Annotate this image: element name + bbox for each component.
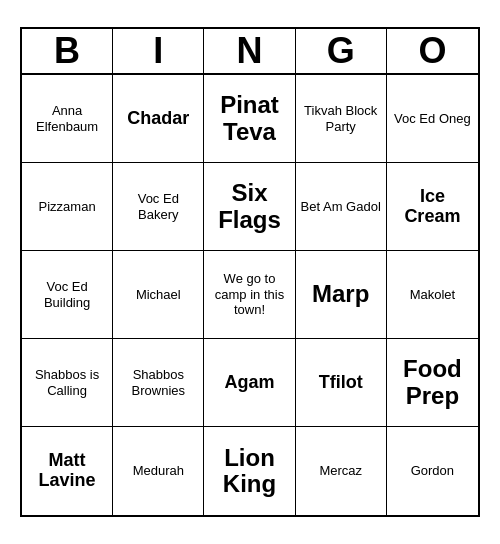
header-letter: I — [113, 29, 204, 73]
header-letter: N — [204, 29, 295, 73]
bingo-cell: Tikvah Block Party — [296, 75, 387, 163]
cell-text: Matt Lavine — [25, 451, 109, 491]
bingo-cell: Shabbos is Calling — [22, 339, 113, 427]
cell-text: Pizzaman — [39, 199, 96, 215]
bingo-cell: Michael — [113, 251, 204, 339]
cell-text: Ice Cream — [390, 187, 475, 227]
bingo-cell: Anna Elfenbaum — [22, 75, 113, 163]
bingo-header: BINGO — [22, 29, 478, 75]
bingo-cell: Lion King — [204, 427, 295, 515]
cell-text: Gordon — [411, 463, 454, 479]
cell-text: Lion King — [207, 445, 291, 498]
bingo-cell: Matt Lavine — [22, 427, 113, 515]
cell-text: Anna Elfenbaum — [25, 103, 109, 134]
cell-text: Voc Ed Oneg — [394, 111, 471, 127]
bingo-cell: Tfilot — [296, 339, 387, 427]
cell-text: Six Flags — [207, 180, 291, 233]
bingo-cell: Chadar — [113, 75, 204, 163]
bingo-cell: Shabbos Brownies — [113, 339, 204, 427]
header-letter: B — [22, 29, 113, 73]
bingo-cell: Food Prep — [387, 339, 478, 427]
header-letter: O — [387, 29, 478, 73]
cell-text: Voc Ed Bakery — [116, 191, 200, 222]
bingo-cell: Bet Am Gadol — [296, 163, 387, 251]
bingo-cell: Ice Cream — [387, 163, 478, 251]
bingo-cell: Voc Ed Bakery — [113, 163, 204, 251]
cell-text: Food Prep — [390, 356, 475, 409]
cell-text: Mercaz — [319, 463, 362, 479]
cell-text: Agam — [224, 373, 274, 393]
cell-text: Marp — [312, 281, 369, 307]
cell-text: Medurah — [133, 463, 184, 479]
bingo-card: BINGO Anna ElfenbaumChadarPinat TevaTikv… — [20, 27, 480, 517]
cell-text: Michael — [136, 287, 181, 303]
bingo-cell: Voc Ed Oneg — [387, 75, 478, 163]
cell-text: We go to camp in this town! — [207, 271, 291, 318]
bingo-grid: Anna ElfenbaumChadarPinat TevaTikvah Blo… — [22, 75, 478, 515]
cell-text: Chadar — [127, 109, 189, 129]
bingo-cell: Marp — [296, 251, 387, 339]
cell-text: Tfilot — [319, 373, 363, 393]
cell-text: Makolet — [410, 287, 456, 303]
bingo-cell: Medurah — [113, 427, 204, 515]
cell-text: Bet Am Gadol — [301, 199, 381, 215]
cell-text: Pinat Teva — [207, 92, 291, 145]
cell-text: Shabbos is Calling — [25, 367, 109, 398]
bingo-cell: Six Flags — [204, 163, 295, 251]
bingo-cell: Voc Ed Building — [22, 251, 113, 339]
bingo-cell: We go to camp in this town! — [204, 251, 295, 339]
bingo-cell: Pinat Teva — [204, 75, 295, 163]
header-letter: G — [296, 29, 387, 73]
cell-text: Shabbos Brownies — [116, 367, 200, 398]
bingo-cell: Makolet — [387, 251, 478, 339]
cell-text: Voc Ed Building — [25, 279, 109, 310]
bingo-cell: Agam — [204, 339, 295, 427]
bingo-cell: Pizzaman — [22, 163, 113, 251]
bingo-cell: Mercaz — [296, 427, 387, 515]
bingo-cell: Gordon — [387, 427, 478, 515]
cell-text: Tikvah Block Party — [299, 103, 383, 134]
